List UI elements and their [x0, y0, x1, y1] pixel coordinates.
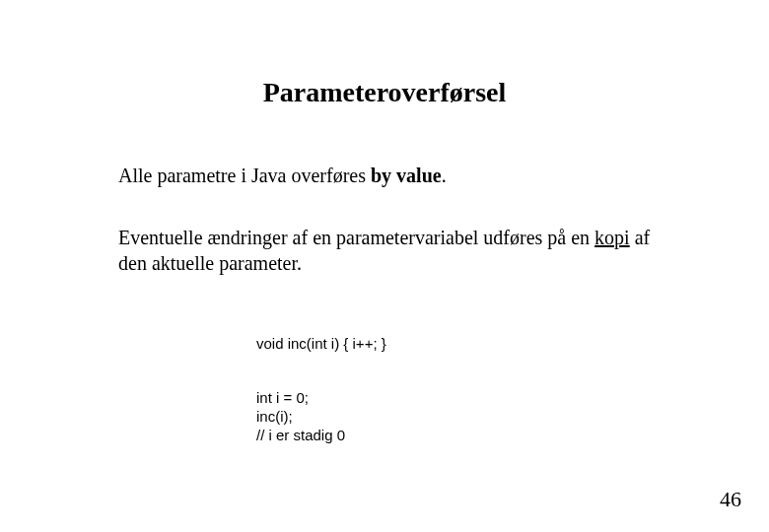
para1-post: .	[442, 165, 447, 186]
slide: Parameteroverførsel Alle parametre i Jav…	[0, 0, 769, 532]
paragraph-2: Eventuelle ændringer af en parametervari…	[118, 225, 670, 276]
para2-pre: Eventuelle ændringer af en parametervari…	[118, 227, 594, 248]
slide-title: Parameteroverførsel	[0, 77, 769, 108]
code-block-2: int i = 0; inc(i); // i er stadig 0	[256, 389, 345, 444]
para1-bold: by value	[371, 165, 442, 186]
code-block-1: void inc(int i) { i++; }	[256, 335, 386, 352]
paragraph-1: Alle parametre i Java overføres by value…	[118, 163, 670, 188]
para1-pre: Alle parametre i Java overføres	[118, 165, 371, 186]
page-number: 46	[720, 487, 741, 512]
para2-underlined: kopi	[594, 227, 630, 248]
